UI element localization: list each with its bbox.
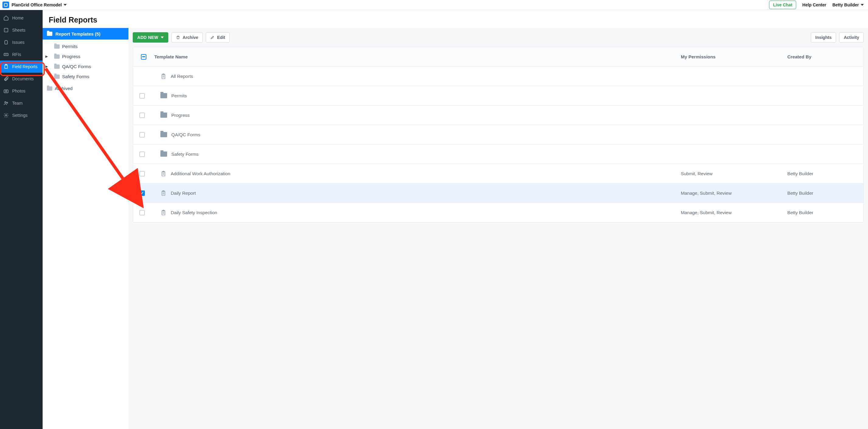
table-panel: ADD NEW Archive Edit Insights Activity [128,28,868,429]
table-row[interactable]: Permits [133,86,863,106]
edit-button[interactable]: Edit [206,32,229,42]
row-permissions: Manage, Submit, Review [678,210,784,215]
sidebar-item-field-reports[interactable]: Field Reports [0,61,42,73]
button-label: Archive [183,35,198,40]
table-header: Template Name My Permissions Created By [133,47,863,67]
row-checkbox[interactable] [140,171,145,176]
folder-icon [54,55,60,59]
trash-icon [176,35,180,39]
table-row[interactable]: Progress [133,106,863,125]
pencil-icon [210,35,215,39]
tree-item-safety[interactable]: Safety Forms [42,71,128,81]
top-bar: PlanGrid Office Remodel Live Chat Help C… [0,0,868,10]
user-name-label: Betty Builder [832,2,859,7]
sidebar-item-sheets[interactable]: Sheets [0,24,42,36]
add-new-button[interactable]: ADD NEW [133,32,168,42]
issues-icon [3,39,9,45]
row-name: Safety Forms [172,152,198,157]
table-row[interactable]: Daily Safety InspectionManage, Submit, R… [133,203,863,222]
table-row[interactable]: Daily ReportManage, Submit, ReviewBetty … [133,184,863,203]
archive-button[interactable]: Archive [172,32,203,42]
sidebar-item-settings[interactable]: Settings [0,109,42,122]
table-row[interactable]: QA/QC Forms [133,125,863,144]
row-permissions: Manage, Submit, Review [678,191,784,196]
select-all-checkbox[interactable] [141,54,146,60]
tree-item-permits[interactable]: Permits [42,41,128,52]
live-chat-button[interactable]: Live Chat [769,1,796,9]
row-created-by: Betty Builder [784,171,863,176]
sidebar-item-team[interactable]: Team [0,97,42,109]
folder-icon [54,65,60,69]
toolbar: ADD NEW Archive Edit Insights Activity [133,32,864,42]
project-name-label: PlanGrid Office Remodel [11,2,62,7]
gear-icon [3,112,9,118]
tree-root-report-templates[interactable]: Report Templates (5) [42,28,128,39]
column-created-by[interactable]: Created By [784,54,863,59]
folder-icon [47,32,52,36]
svg-text:RFI: RFI [5,54,7,55]
sidebar-item-label: Photos [12,89,26,93]
row-checkbox[interactable] [140,112,145,118]
button-label: Insights [815,35,832,40]
project-selector[interactable]: PlanGrid Office Remodel [11,2,67,7]
svg-rect-5 [4,90,8,93]
button-label: Edit [217,35,225,40]
chevron-down-icon [161,36,164,38]
clipboard-icon [3,64,9,70]
expand-icon[interactable]: ▶ [45,55,48,58]
folder-icon [54,44,60,49]
sidebar-item-documents[interactable]: Documents [0,73,42,85]
page-title: Field Reports [49,15,862,24]
folder-icon [47,87,52,91]
svg-point-9 [5,115,7,116]
user-menu[interactable]: Betty Builder [832,2,864,7]
row-checkbox[interactable] [140,132,145,137]
caret-down-icon [861,4,864,6]
row-name: Daily Report [171,191,196,196]
row-created-by: Betty Builder [784,210,863,215]
clipboard-icon [160,170,166,177]
table-row[interactable]: All Reports [133,67,863,86]
svg-point-6 [5,91,7,92]
sidebar-item-home[interactable]: Home [0,12,42,24]
column-template-name[interactable]: Template Name [151,54,678,59]
tree-item-label: Archived [55,86,72,91]
row-checkbox[interactable] [140,152,145,157]
team-icon [3,100,9,106]
column-permissions[interactable]: My Permissions [678,54,784,59]
button-label: ADD NEW [137,35,158,40]
sidebar-item-label: RFIs [12,52,21,57]
row-created-by: Betty Builder [784,191,863,196]
folder-icon [160,112,167,118]
insights-button[interactable]: Insights [811,32,836,42]
sidebar-item-photos[interactable]: Photos [0,85,42,97]
sidebar-item-label: Sheets [12,28,26,33]
expand-icon[interactable]: ▶ [45,65,48,68]
sidebar-item-issues[interactable]: Issues [0,36,42,48]
row-name: QA/QC Forms [172,132,200,137]
row-checkbox[interactable] [140,210,145,216]
sidebar-item-rfis[interactable]: RFI RFIs [0,48,42,61]
table-row[interactable]: Safety Forms [133,144,863,164]
row-checkbox[interactable] [140,93,145,99]
tree-item-label: Permits [62,44,78,49]
tree-item-qaqc[interactable]: ▶ QA/QC Forms [42,62,128,71]
help-center-link[interactable]: Help Center [802,2,826,7]
row-name: Progress [172,112,190,118]
clipboard-icon [160,190,166,197]
row-checkbox[interactable] [140,191,145,196]
tree-item-progress[interactable]: ▶ Progress [42,52,128,62]
tree-root-label: Report Templates (5) [55,31,100,36]
app-logo [2,2,9,8]
button-label: Activity [844,35,859,40]
tree-item-archived[interactable]: Archived [42,84,128,93]
sidebar: Home Sheets Issues RFI RFIs Field Report… [0,10,42,429]
table-row[interactable]: Additional Work AuthorizationSubmit, Rev… [133,164,863,184]
activity-button[interactable]: Activity [839,32,864,42]
tree-item-label: Safety Forms [62,74,89,79]
sheets-icon [3,27,9,33]
row-name: Permits [172,93,187,98]
folder-icon [160,132,167,137]
svg-point-8 [7,102,8,103]
folder-icon [160,152,167,157]
